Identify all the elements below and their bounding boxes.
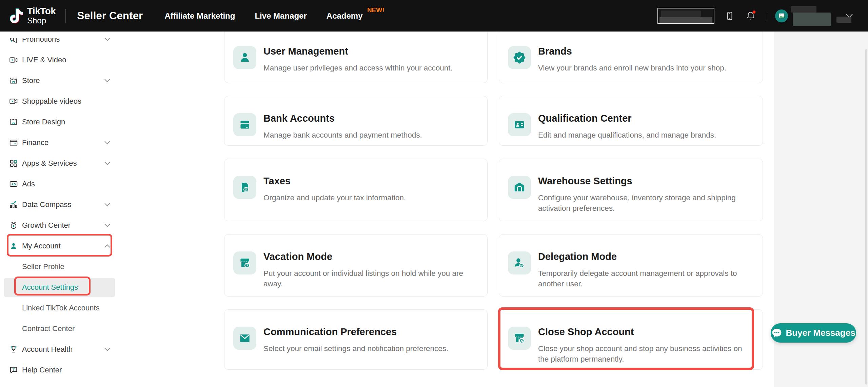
nav-label: Live Manager	[255, 11, 307, 20]
sidebar-item-finance[interactable]: Finance	[0, 133, 120, 153]
sidebar-item-label: Seller Profile	[22, 262, 64, 271]
svg-text:?: ?	[13, 368, 15, 371]
chevron-up-icon[interactable]	[104, 244, 111, 248]
card-user-management[interactable]: User ManagementManage user privileges an…	[224, 29, 488, 83]
seller-center-title[interactable]: Seller Center	[77, 10, 143, 22]
card-description: Organize and update your tax information…	[263, 192, 406, 203]
chevron-down-icon[interactable]	[104, 203, 111, 207]
sidebar-item-label: LIVE & Video	[22, 56, 66, 64]
card-description: Configure your warehouse, inventory stor…	[538, 192, 749, 213]
sidebar-item-label: Linked TikTok Accounts	[22, 304, 100, 312]
sidebar-item-label: My Account	[22, 242, 61, 250]
sidebar-item-help-center[interactable]: ?Help Center	[0, 360, 120, 381]
sidebar-item-label: Finance	[22, 138, 48, 147]
redacted-search-text	[659, 17, 712, 23]
card-text-block: BrandsView your brands and enroll new br…	[538, 45, 726, 73]
card-title: Communication Preferences	[263, 326, 448, 338]
card-brands[interactable]: BrandsView your brands and enroll new br…	[499, 29, 763, 83]
notifications-bell-icon[interactable]	[745, 10, 757, 22]
card-title: Delegation Mode	[538, 251, 749, 262]
card-icon-tile	[508, 46, 531, 69]
mobile-app-icon[interactable]	[725, 11, 735, 21]
sidebar-item-label: Account Settings	[22, 283, 78, 292]
card-title: Taxes	[263, 175, 406, 187]
sidebar-item-ads[interactable]: ADAds	[0, 174, 120, 195]
shop-clock-icon	[238, 256, 252, 270]
brand-line2: Shop	[27, 17, 56, 25]
storefront-icon	[9, 76, 18, 85]
chevron-down-icon[interactable]	[104, 161, 111, 165]
badge-check-icon	[512, 50, 527, 65]
card-vacation-mode[interactable]: Vacation ModePut your account or individ…	[224, 234, 488, 297]
card-title: Warehouse Settings	[538, 175, 749, 187]
sidebar-item-label: Ads	[22, 180, 35, 188]
apps-grid-icon	[9, 159, 18, 168]
ad-icon: AD	[9, 180, 18, 188]
chevron-down-icon[interactable]	[104, 347, 111, 351]
vertical-scrollbar[interactable]	[865, 49, 867, 385]
card-title: Close Shop Account	[538, 326, 749, 338]
buyer-messages-label: Buyer Messages	[786, 328, 855, 338]
card-bank-accounts[interactable]: Bank AccountsManage bank accounts and pa…	[224, 96, 488, 146]
card-text-block: Bank AccountsManage bank accounts and pa…	[263, 113, 422, 140]
card-icon-tile	[233, 113, 256, 136]
sidebar-item-seller-profile[interactable]: Seller Profile	[0, 257, 120, 277]
tiktok-shop-logo[interactable]: TikTok Shop	[9, 7, 56, 25]
card-description: Temporarily delegate account management …	[538, 268, 749, 289]
sidebar-item-apps-services[interactable]: Apps & Services	[0, 153, 120, 174]
chevron-down-icon[interactable]	[104, 79, 111, 83]
new-badge: NEW!	[367, 6, 384, 14]
avatar[interactable]	[775, 9, 788, 22]
card-close-shop-account[interactable]: Close Shop AccountClose your shop accoun…	[499, 309, 763, 370]
sidebar-item-my-account[interactable]: My Account	[0, 236, 120, 257]
bank-card-icon	[238, 118, 252, 132]
card-title: Bank Accounts	[263, 113, 422, 124]
sidebar-item-label: Data Compass	[22, 200, 72, 209]
header-divider	[65, 9, 66, 23]
tax-document-icon	[238, 180, 252, 195]
top-header-bar: TikTok Shop Seller Center Affiliate Mark…	[0, 0, 868, 32]
header-nav-academy[interactable]: AcademyNEW!	[327, 11, 363, 21]
chevron-down-icon[interactable]	[104, 223, 111, 227]
sidebar-item-live-video[interactable]: LIVE & Video	[0, 50, 120, 70]
sidebar-clip-cover	[0, 32, 120, 38]
card-icon-tile	[508, 251, 531, 274]
sidebar-item-shoppable-videos[interactable]: Shoppable videos	[0, 91, 120, 112]
header-nav-affiliate-marketing[interactable]: Affiliate Marketing	[164, 11, 235, 21]
sidebar-item-account-health[interactable]: Account Health	[0, 339, 120, 360]
nav-label: Academy	[327, 11, 363, 20]
video-camera-icon	[9, 97, 18, 106]
sidebar-item-store[interactable]: Store	[0, 70, 120, 91]
sidebar-item-label: Contract Center	[22, 324, 75, 333]
card-delegation-mode[interactable]: Delegation ModeTemporarily delegate acco…	[499, 234, 763, 297]
card-text-block: Communication PreferencesSelect your ema…	[263, 326, 448, 354]
account-menu[interactable]	[775, 5, 853, 26]
buyer-messages-button[interactable]: Buyer Messages	[771, 323, 856, 343]
card-text-block: Warehouse SettingsConfigure your warehou…	[538, 175, 749, 213]
chevron-down-icon[interactable]	[104, 141, 111, 145]
sidebar-item-contract-center[interactable]: Contract Center	[0, 319, 120, 339]
card-communication-preferences[interactable]: Communication PreferencesSelect your ema…	[224, 309, 488, 370]
help-bubble-icon: ?	[9, 366, 18, 374]
card-description: Edit and manage qualifications, and mana…	[538, 130, 716, 140]
sidebar-item-label: Account Health	[22, 345, 73, 354]
sidebar-item-data-compass[interactable]: Data Compass	[0, 195, 120, 215]
card-icon-tile	[233, 176, 256, 199]
svg-text:AD: AD	[11, 183, 16, 186]
card-icon-tile	[233, 46, 256, 69]
card-description: Close your shop account and stop any bus…	[538, 343, 749, 364]
header-nav-live-manager[interactable]: Live Manager	[255, 11, 307, 21]
card-text-block: User ManagementManage user privileges an…	[263, 45, 453, 73]
card-taxes[interactable]: TaxesOrganize and update your tax inform…	[224, 159, 488, 221]
sidebar-item-growth-center[interactable]: Growth Center	[0, 215, 120, 236]
card-warehouse-settings[interactable]: Warehouse SettingsConfigure your warehou…	[499, 159, 763, 221]
card-qualification-center[interactable]: Qualification CenterEdit and manage qual…	[499, 96, 763, 146]
sidebar-item-linked-tiktok-accounts[interactable]: Linked TikTok Accounts	[0, 298, 120, 319]
credit-card-icon	[9, 138, 18, 147]
card-icon-tile	[233, 251, 256, 274]
sidebar-item-store-design[interactable]: Store Design	[0, 112, 120, 133]
search-input[interactable]	[657, 8, 714, 24]
card-description: Put your account or individual listings …	[263, 268, 474, 289]
sidebar-item-account-settings[interactable]: Account Settings	[0, 277, 120, 298]
sidebar-item-label: Store Design	[22, 118, 65, 126]
